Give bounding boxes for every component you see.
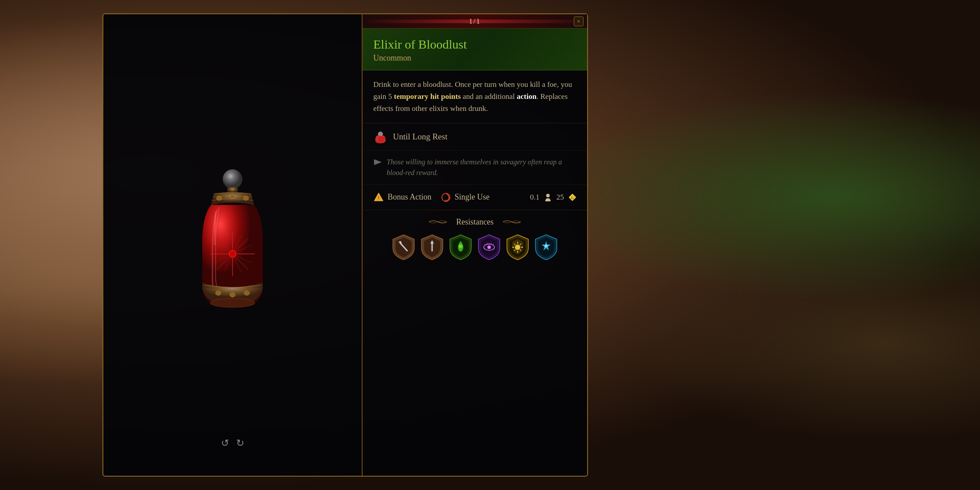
resistance-piercing[interactable] [421, 234, 444, 261]
item-info-panel: 1/1 × Elixir of Bloodlust Uncommon Drink… [362, 14, 587, 476]
desc-highlight2: action [517, 92, 536, 101]
svg-point-22 [216, 291, 221, 295]
resistance-icons-row [373, 234, 576, 261]
item-value: 25 [556, 193, 564, 202]
item-dialog: ↺ ↻ 1/1 × Elixir of Bloodlust Uncommon D… [102, 13, 588, 477]
flavor-text: Those willing to immerse themselves in s… [387, 157, 576, 178]
item-counter: 1/1 [469, 17, 481, 25]
weight-icon [544, 193, 552, 201]
rotate-controls: ↺ ↻ [221, 437, 244, 449]
resistance-force[interactable] [535, 234, 558, 261]
bonus-action-icon: ! [373, 192, 384, 203]
svg-point-23 [230, 293, 235, 297]
svg-point-0 [223, 169, 242, 189]
svg-marker-27 [374, 159, 381, 165]
duration-icon [373, 130, 388, 144]
svg-point-42 [488, 246, 490, 248]
svg-point-5 [229, 250, 236, 257]
item-desc-text: Drink to enter a bloodlust. Once per tur… [373, 78, 576, 115]
gold-icon: G [568, 193, 576, 201]
ornament-left [427, 217, 449, 226]
item-weight: 0.1 [530, 193, 539, 202]
single-use-icon [441, 192, 451, 203]
close-button[interactable]: × [574, 16, 584, 26]
counter-bar: 1/1 × [363, 14, 587, 29]
flavor-text-section: Those willing to immerse themselves in s… [363, 151, 587, 185]
svg-point-4 [243, 196, 249, 200]
single-use-item: Single Use [441, 192, 490, 203]
item-stats: 0.1 25 G [530, 193, 576, 202]
item-3d-view [184, 156, 282, 325]
rotate-left-icon[interactable]: ↺ [221, 437, 229, 449]
svg-point-48 [515, 245, 520, 250]
resistance-radiant[interactable] [506, 234, 529, 261]
item-name: Elixir of Bloodlust [373, 37, 576, 52]
resistance-acid[interactable] [449, 234, 472, 261]
desc-middle: and an additional [461, 92, 517, 101]
resistances-section: Resistances [363, 210, 587, 268]
duration-text: Until Long Rest [393, 132, 447, 142]
svg-point-2 [216, 196, 222, 200]
resistance-slashing[interactable] [392, 234, 415, 261]
svg-point-32 [546, 194, 550, 197]
item-visual-panel: ↺ ↻ [103, 14, 362, 476]
item-rarity: Uncommon [373, 53, 576, 63]
svg-point-25 [210, 298, 255, 307]
ornament-right [501, 217, 523, 226]
desc-highlight1: temporary hit points [394, 92, 461, 101]
single-use-label: Single Use [455, 192, 490, 202]
svg-point-3 [230, 195, 235, 199]
bonus-action-item: ! Bonus Action [373, 192, 432, 203]
item-description: Drink to enter a bloodlust. Once per tur… [363, 70, 587, 123]
bonus-action-label: Bonus Action [388, 192, 432, 202]
flavor-arrow-icon [373, 158, 382, 167]
duration-row: Until Long Rest [363, 123, 587, 151]
svg-point-24 [244, 291, 249, 295]
svg-text:G: G [571, 196, 574, 200]
svg-point-39 [459, 245, 462, 248]
resistances-header: Resistances [373, 217, 576, 227]
action-row: ! Bonus Action Single Use 0.1 [363, 185, 587, 210]
resistance-psychic[interactable] [478, 234, 501, 261]
rotate-right-icon[interactable]: ↻ [236, 437, 244, 449]
resistances-title: Resistances [456, 217, 494, 227]
svg-text:!: ! [378, 196, 380, 200]
item-header: Elixir of Bloodlust Uncommon [363, 29, 587, 70]
svg-point-58 [545, 245, 547, 247]
